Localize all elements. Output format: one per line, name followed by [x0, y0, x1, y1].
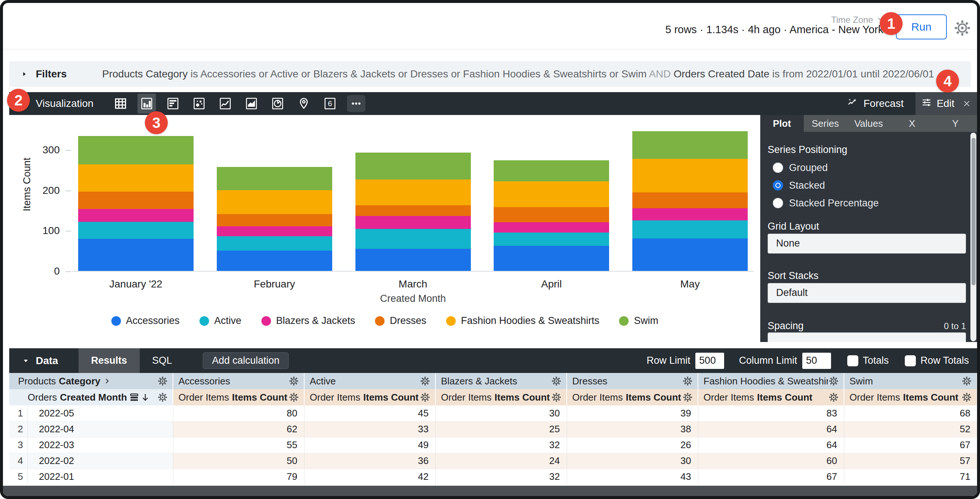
column-header-accessories[interactable]: Accessories [173, 373, 304, 389]
sort-stacks-select[interactable]: Default [768, 283, 966, 303]
line-chart-icon[interactable] [216, 94, 234, 113]
settings-gear-icon[interactable] [953, 18, 972, 39]
cell-items-count[interactable]: 62 [173, 421, 304, 437]
column-gear-icon[interactable] [551, 375, 562, 386]
cell-created-month[interactable]: 2022-05 [28, 405, 173, 421]
subheader-order-items-items-count[interactable]: Order Items Items Count [173, 389, 304, 405]
column-chart-icon[interactable] [137, 94, 156, 113]
column-header-fashion-hoodies-sweatshirts[interactable]: Fashion Hoodies & Sweatshirts [698, 373, 844, 389]
column-gear-icon[interactable] [961, 375, 972, 386]
cell-items-count[interactable]: 36 [304, 453, 436, 469]
column-gear-icon[interactable] [551, 392, 562, 403]
cell-items-count[interactable]: 33 [304, 421, 436, 437]
forecast-button[interactable]: Forecast [846, 92, 904, 115]
legend-item[interactable]: Accessories [111, 315, 180, 327]
cell-items-count[interactable]: 55 [173, 437, 304, 453]
column-limit-input[interactable] [802, 353, 831, 369]
cell-items-count[interactable]: 30 [567, 453, 698, 469]
cell-items-count[interactable]: 45 [304, 405, 436, 421]
column-header-dresses[interactable]: Dresses [567, 373, 698, 389]
radio-grouped[interactable]: Grouped [768, 161, 966, 174]
column-header-products-category[interactable]: Products Category [9, 373, 173, 389]
column-gear-icon[interactable] [420, 392, 431, 403]
legend-item[interactable]: Fashion Hoodies & Sweatshirts [446, 315, 599, 327]
cell-items-count[interactable]: 38 [567, 421, 698, 437]
spacing-input[interactable] [768, 332, 966, 342]
subheader-order-items-items-count[interactable]: Order Items Items Count [304, 389, 436, 405]
tab-series[interactable]: Series [804, 115, 847, 132]
radio-unselected-icon[interactable] [773, 162, 783, 173]
cell-created-month[interactable]: 2022-01 [28, 469, 173, 485]
column-gear-icon[interactable] [157, 392, 168, 403]
radio-stacked-percentage[interactable]: Stacked Percentage [768, 197, 966, 209]
cell-items-count[interactable]: 49 [304, 437, 436, 453]
cell-items-count[interactable]: 60 [698, 453, 844, 469]
scatter-chart-icon[interactable] [190, 94, 208, 113]
cell-items-count[interactable]: 52 [844, 421, 977, 437]
cell-items-count[interactable]: 71 [844, 469, 977, 485]
tab-plot[interactable]: Plot [760, 115, 804, 132]
cell-items-count[interactable]: 32 [436, 469, 567, 485]
data-collapse-icon[interactable] [22, 358, 29, 364]
cell-items-count[interactable]: 43 [567, 469, 698, 485]
cell-created-month[interactable]: 2022-04 [28, 421, 173, 437]
edit-button[interactable]: Edit [915, 92, 977, 115]
panel-scrollbar[interactable] [970, 133, 976, 341]
cell-items-count[interactable]: 57 [844, 453, 977, 469]
bar-chart-icon[interactable] [164, 94, 182, 113]
area-chart-icon[interactable] [242, 94, 261, 113]
cell-items-count[interactable]: 68 [844, 405, 977, 421]
run-button[interactable]: Run [896, 14, 947, 40]
cell-items-count[interactable]: 67 [698, 469, 844, 485]
single-value-icon[interactable]: 6 [321, 94, 339, 113]
column-gear-icon[interactable] [961, 392, 972, 403]
column-gear-icon[interactable] [288, 375, 299, 386]
column-gear-icon[interactable] [828, 392, 839, 403]
legend-item[interactable]: Active [199, 315, 242, 327]
tab-values[interactable]: Values [847, 115, 890, 132]
tab-sql[interactable]: SQL [140, 348, 185, 373]
cell-items-count[interactable]: 26 [567, 437, 698, 453]
cell-items-count[interactable]: 42 [304, 469, 436, 485]
cell-items-count[interactable]: 79 [173, 469, 304, 485]
subheader-order-items-items-count[interactable]: Order Items Items Count [844, 389, 977, 405]
radio-selected-icon[interactable] [773, 180, 783, 191]
legend-item[interactable]: Dresses [375, 315, 426, 327]
cell-items-count[interactable]: 80 [173, 405, 304, 421]
sort-descending-icon[interactable] [130, 393, 151, 402]
row-totals-checkbox[interactable] [905, 355, 916, 366]
cell-items-count[interactable]: 30 [436, 405, 567, 421]
cell-items-count[interactable]: 25 [436, 421, 567, 437]
cell-created-month[interactable]: 2022-02 [28, 453, 173, 469]
cell-items-count[interactable]: 39 [567, 405, 698, 421]
legend-item[interactable]: Blazers & Jackets [261, 315, 355, 327]
filters-expand-icon[interactable] [21, 71, 28, 77]
radio-unselected-icon[interactable] [773, 198, 783, 208]
row-limit-input[interactable] [695, 353, 724, 369]
subheader-order-items-items-count[interactable]: Order Items Items Count [567, 389, 698, 405]
close-icon[interactable] [962, 99, 972, 108]
cell-items-count[interactable]: 24 [436, 453, 567, 469]
column-gear-icon[interactable] [682, 375, 693, 386]
data-title[interactable]: Data [36, 355, 58, 367]
more-icon[interactable] [347, 95, 365, 112]
column-header-swim[interactable]: Swim [844, 373, 977, 389]
cell-items-count[interactable]: 67 [844, 437, 977, 453]
cell-items-count[interactable]: 50 [173, 453, 304, 469]
cell-created-month[interactable]: 2022-03 [28, 437, 173, 453]
column-gear-icon[interactable] [420, 375, 431, 386]
tab-x[interactable]: X [890, 115, 934, 132]
cell-items-count[interactable]: 83 [698, 405, 844, 421]
column-header-active[interactable]: Active [304, 373, 436, 389]
scrollbar-thumb[interactable] [972, 138, 975, 285]
map-icon[interactable] [294, 94, 313, 113]
column-gear-icon[interactable] [682, 392, 693, 403]
grid-layout-select[interactable]: None [768, 234, 966, 254]
column-gear-icon[interactable] [828, 375, 839, 386]
radio-stacked[interactable]: Stacked [768, 179, 966, 192]
bottom-scroll-area[interactable] [3, 486, 977, 497]
add-calculation-button[interactable]: Add calculation [203, 352, 289, 369]
subheader-order-items-items-count[interactable]: Order Items Items Count [698, 389, 844, 405]
column-header-blazers-jackets[interactable]: Blazers & Jackets [436, 373, 567, 389]
filters-title[interactable]: Filters [36, 68, 67, 80]
